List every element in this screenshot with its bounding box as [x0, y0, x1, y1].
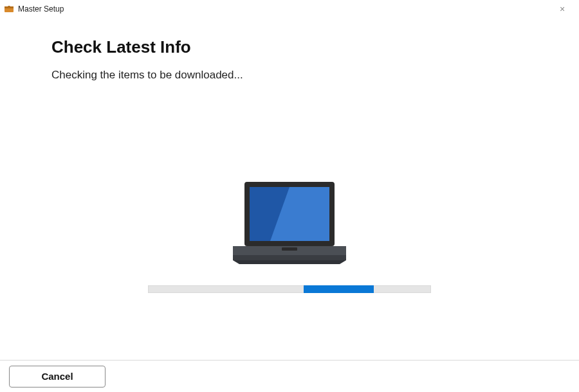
footer: Cancel [0, 360, 579, 392]
illustration [0, 179, 579, 293]
cancel-button-label: Cancel [41, 371, 73, 382]
app-icon [4, 4, 14, 14]
svg-rect-7 [233, 255, 346, 260]
close-button[interactable]: × [549, 1, 575, 17]
page-title: Check Latest Info [51, 37, 528, 57]
titlebar: Master Setup × [0, 0, 579, 18]
content-area: Check Latest Info Checking the items to … [0, 18, 579, 360]
progress-bar [148, 285, 431, 293]
laptop-icon [225, 179, 354, 269]
svg-rect-9 [282, 247, 297, 251]
close-icon: × [560, 4, 565, 13]
svg-rect-2 [8, 6, 10, 7]
svg-marker-8 [233, 260, 346, 264]
cancel-button[interactable]: Cancel [9, 366, 106, 388]
progress-fill [304, 285, 374, 293]
window-title: Master Setup [18, 4, 64, 13]
status-text: Checking the items to be downloaded... [51, 69, 528, 82]
